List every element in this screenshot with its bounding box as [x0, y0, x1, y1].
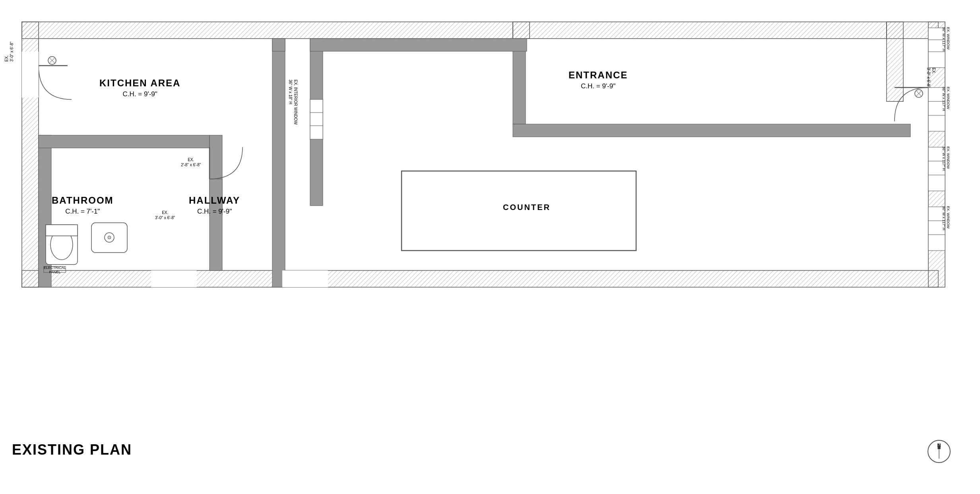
interior-window-label: EX. INTERIOR WINDOW36" W x 18" H: [288, 80, 298, 124]
window-label-right-1: EX. WINDOW36" W x 117" H: [941, 27, 950, 51]
door-label-left: EX.3'-0" x 6'-8": [4, 42, 14, 62]
counter-name: COUNTER: [457, 203, 596, 212]
hallway-name: HALLWAY: [189, 195, 240, 206]
svg-rect-2: [513, 22, 887, 39]
counter-label: COUNTER: [457, 203, 596, 212]
entrance-ch: C.H. = 9'-9": [569, 82, 628, 90]
svg-rect-13: [272, 39, 285, 287]
compass-svg: N: [926, 439, 952, 465]
window-label-right-2: EX. WINDOW36" W x 117" H: [941, 87, 950, 111]
svg-rect-59: [282, 270, 328, 287]
entrance-label: ENTRANCE C.H. = 9'-9": [569, 70, 628, 90]
kitchen-area-name: KITCHEN AREA: [99, 78, 180, 89]
kitchen-area-label: KITCHEN AREA C.H. = 9'-9": [99, 78, 180, 98]
kitchen-area-ch: C.H. = 9'-9": [99, 90, 180, 98]
svg-rect-14: [272, 39, 285, 51]
svg-rect-43: [310, 99, 323, 139]
door-label-hallway-left: EX.2'-8" x 6'-8": [181, 157, 201, 167]
svg-point-29: [108, 236, 111, 239]
hallway-ch: C.H. = 9'-9": [189, 208, 240, 216]
electrical-panel-label: ELECTRICALPANEL: [44, 266, 66, 274]
bathroom-name: BATHROOM: [52, 195, 114, 206]
svg-rect-17: [513, 124, 910, 137]
svg-rect-12: [210, 179, 222, 270]
svg-rect-8: [513, 22, 530, 39]
svg-rect-60: [22, 52, 39, 97]
entrance-name: ENTRANCE: [569, 70, 628, 81]
svg-rect-7: [887, 22, 903, 101]
floorplan-svg: [0, 0, 980, 438]
svg-rect-1: [22, 22, 513, 39]
window-label-right-4: EX. WINDOW36" W x 117" H: [941, 206, 950, 230]
hallway-label: HALLWAY C.H. = 9'-9": [189, 195, 240, 216]
bathroom-label: BATHROOM C.H. = 7'-1": [52, 195, 114, 216]
svg-rect-10: [39, 135, 210, 148]
electrical-panel-text: ELECTRICALPANEL: [44, 266, 66, 274]
svg-rect-18: [310, 39, 527, 51]
door-label-right: EX.3'-0" x 6'-8": [926, 68, 936, 88]
window-label-right-3: EX. WINDOW36" W x 117" H: [941, 146, 950, 171]
svg-rect-26: [46, 225, 78, 236]
compass: N: [926, 439, 952, 466]
bathroom-ch: C.H. = 7'-1": [52, 208, 114, 216]
page: KITCHEN AREA C.H. = 9'-9" BATHROOM C.H. …: [0, 0, 980, 494]
svg-rect-58: [151, 270, 197, 287]
plan-title: EXISTING PLAN: [12, 441, 132, 458]
door-label-hallway-bottom: EX.3'-0" x 6'-8": [155, 210, 175, 220]
